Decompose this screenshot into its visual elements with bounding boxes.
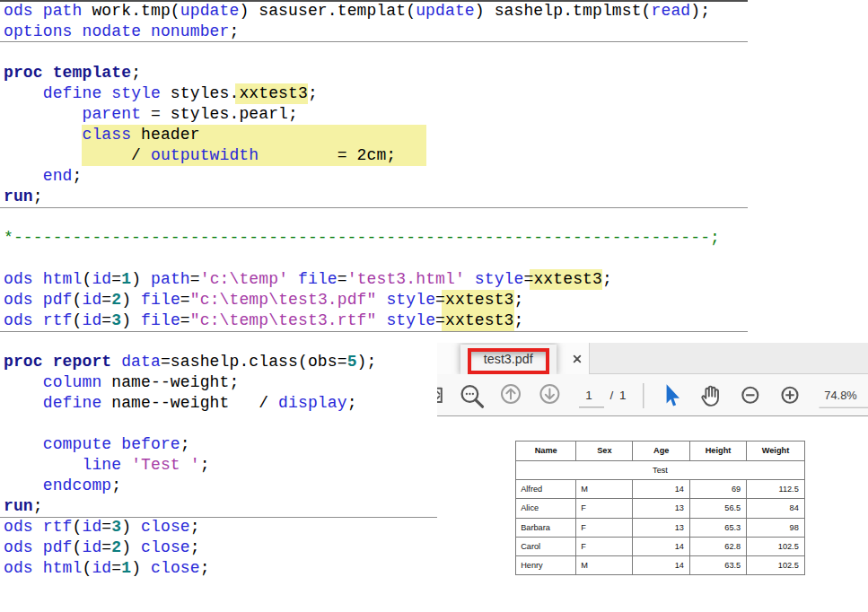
svg-text:/: / (610, 389, 614, 402)
svg-text:1: 1 (585, 389, 592, 402)
svg-text:74.8%: 74.8% (824, 389, 856, 402)
svg-text:1: 1 (619, 389, 627, 402)
